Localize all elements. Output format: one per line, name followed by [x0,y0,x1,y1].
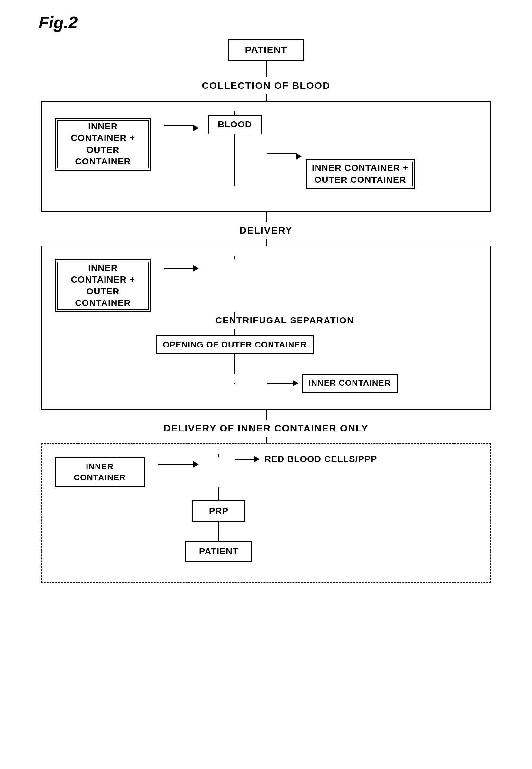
arrow-head-2 [296,153,302,160]
vline-sec3-top [218,454,219,457]
red-blood-label: RED BLOOD CELLS/PPP [264,454,377,464]
vline-3 [266,212,267,222]
vline-sec2-d [234,383,235,384]
vline-sec3-b [218,522,219,541]
arrow-head-3 [193,265,199,271]
vline-5 [266,410,267,420]
vline-6 [266,437,267,444]
section-delivery-inner: INNER CONTAINER RED BLOOD CELLS/PPP [41,444,491,582]
delivery-inner-label: DELIVERY OF INNER CONTAINER ONLY [163,423,368,434]
vline-1 [266,61,267,77]
arrow-line-sec3-left [158,464,193,465]
inner-outer-box-3: INNER CONTAINER + OUTER CONTAINER [55,259,151,312]
arrow-line-sec2-right [267,383,293,384]
inner-outer-box-2: INNER CONTAINER + OUTER CONTAINER [306,159,415,188]
delivery-label: DELIVERY [240,225,293,236]
vline-4 [266,239,267,245]
vline-sec1-bot [234,160,235,186]
arrow-line-right-1 [267,153,296,154]
inner-outer-box-1: INNER CONTAINER + OUTER CONTAINER [55,118,151,170]
arrow-line-sec3-right [235,459,254,460]
vline-sec2-top [234,256,235,259]
vline-sec2-c [234,354,235,373]
arrow-line-left-1 [164,125,193,126]
vline-2 [266,94,267,101]
fig-title: Fig.2 [39,13,78,32]
inner-container-box-2: INNER CONTAINER [55,457,145,488]
arrow-head-5 [193,461,199,468]
arrow-line-sec2-left [164,268,193,269]
arrow-head-6 [254,456,260,462]
vline-sec2-b [234,329,235,335]
arrow-head-4 [293,380,298,387]
vline-sec1-top [234,111,235,114]
arrow-head-1 [193,125,199,131]
diagram: Fig.2 PATIENT COLLECTION OF BLOOD INNER … [19,13,513,583]
section-blood-collection: INNER CONTAINER + OUTER CONTAINER BLOOD [41,101,491,212]
collection-label: COLLECTION OF BLOOD [202,80,330,91]
patient-top-box: PATIENT [228,39,304,61]
section-centrifugal: INNER CONTAINER + OUTER CONTAINER C [41,245,491,410]
centrifugal-label: CENTRIFUGAL SEPARATION [216,315,354,325]
vline-sec1-mid [234,134,235,160]
vline-sec3-a [218,488,219,500]
blood-box: BLOOD [208,114,262,134]
inner-container-box-1: INNER CONTAINER [302,373,398,393]
